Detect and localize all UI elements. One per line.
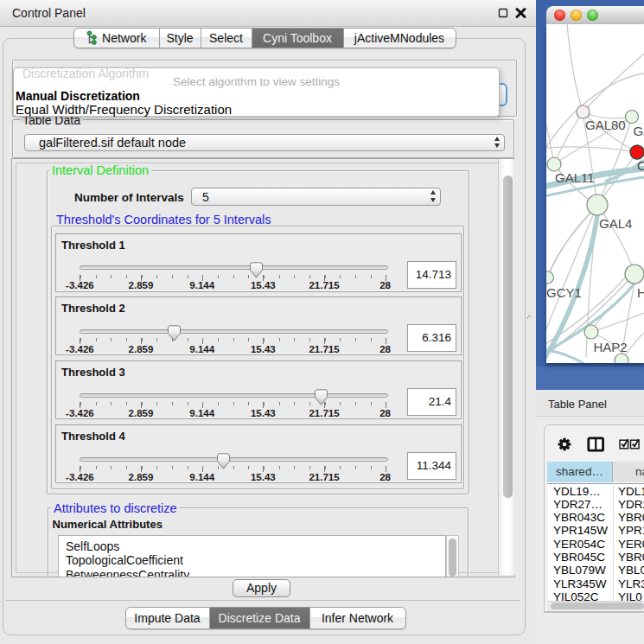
svg-text:GAL11: GAL11 — [555, 170, 595, 185]
svg-text:GCY1: GCY1 — [546, 285, 582, 300]
svg-text:GAL4: GAL4 — [599, 216, 632, 231]
svg-text:GAL80: GAL80 — [585, 118, 626, 132]
svg-text:GAL2: GAL2 — [634, 124, 644, 138]
svg-text:CYC: CYC — [637, 158, 644, 173]
svg-text:HIS: HIS — [637, 285, 644, 300]
svg-text:HAP2: HAP2 — [594, 340, 628, 354]
